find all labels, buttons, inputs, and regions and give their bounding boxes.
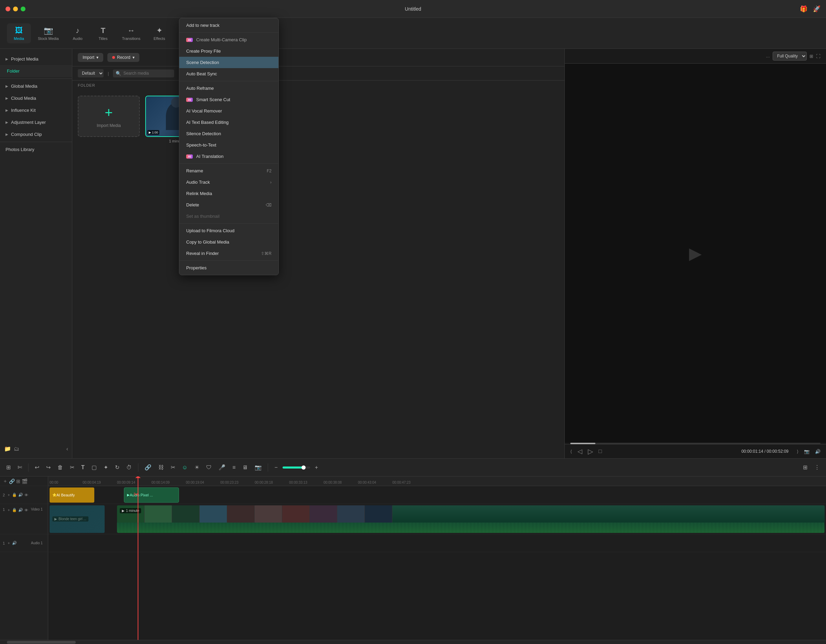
shield2-icon[interactable]: 🛡 bbox=[204, 463, 214, 472]
screen-icon[interactable]: 🖥 bbox=[240, 463, 250, 472]
rocket-icon[interactable]: 🚀 bbox=[813, 5, 820, 13]
ctx-auto-beat-sync[interactable]: Auto Beat Sync bbox=[179, 68, 278, 79]
more-icon[interactable]: ⋮ bbox=[812, 463, 822, 472]
in-point-icon[interactable]: ⟨ bbox=[570, 449, 572, 454]
redo-icon[interactable]: ↪ bbox=[44, 463, 53, 472]
text-tool-icon[interactable]: T bbox=[79, 463, 87, 472]
camera-icon[interactable]: 📷 bbox=[804, 449, 809, 454]
sidebar-item-folder[interactable]: Folder bbox=[0, 65, 72, 77]
toolbar-media[interactable]: 🖼 Media bbox=[7, 23, 31, 43]
horizontal-scrollbar[interactable] bbox=[0, 640, 826, 644]
lock-icon[interactable]: 🔒 bbox=[12, 508, 17, 512]
sun-icon[interactable]: ☀ bbox=[193, 463, 201, 472]
list-icon[interactable]: ≡ bbox=[230, 463, 238, 472]
timer-icon[interactable]: ⏱ bbox=[124, 463, 134, 472]
unlink-icon[interactable]: ⛓ bbox=[156, 463, 166, 472]
maximize-button[interactable] bbox=[21, 6, 25, 11]
star2-icon[interactable]: ✦ bbox=[101, 463, 110, 472]
new-bin-icon[interactable]: 📁 bbox=[4, 446, 11, 452]
sidebar-item-adjustment-layer[interactable]: ▶ Adjustment Layer bbox=[0, 116, 72, 128]
ctx-delete[interactable]: Delete ⌫ bbox=[179, 199, 278, 211]
vol-icon[interactable]: 🔊 bbox=[18, 492, 23, 497]
add-icon[interactable]: ＋ bbox=[7, 492, 11, 497]
sidebar-item-project-media[interactable]: ▶ Project Media bbox=[0, 53, 72, 65]
quality-select[interactable]: Full Quality bbox=[773, 52, 807, 60]
folder-icon[interactable]: 🗂 bbox=[14, 446, 19, 452]
cut-tool-icon[interactable]: ✂ bbox=[68, 463, 76, 472]
ctx-add-to-new-track[interactable]: Add to new track bbox=[179, 20, 278, 31]
gift-icon[interactable]: 🎁 bbox=[800, 5, 807, 13]
film-icon[interactable]: 🎬 bbox=[22, 478, 28, 484]
undo-icon[interactable]: ↩ bbox=[33, 463, 41, 472]
search-input[interactable] bbox=[123, 71, 171, 76]
delete-icon[interactable]: 🗑 bbox=[56, 463, 65, 472]
mic-icon[interactable]: 🎤 bbox=[216, 463, 228, 472]
ctx-scene-detection[interactable]: Scene Detection bbox=[179, 57, 278, 68]
vol2-icon[interactable]: 🔊 bbox=[18, 508, 23, 512]
add-icon[interactable]: ＋ bbox=[7, 508, 11, 512]
stop-icon[interactable]: □ bbox=[598, 448, 602, 454]
out-point-icon[interactable]: ⟩ bbox=[797, 449, 798, 454]
eye2-icon[interactable]: 👁 bbox=[25, 508, 28, 512]
vol3-icon[interactable]: 🔊 bbox=[12, 541, 17, 545]
ctx-copy-global[interactable]: Copy to Global Media bbox=[179, 236, 278, 248]
layout-icon[interactable]: ⊞ bbox=[801, 463, 809, 472]
ctx-upload-filmora[interactable]: Upload to Filmora Cloud bbox=[179, 225, 278, 236]
clip-blonde-teen[interactable]: ▶ Blonde teen girl ... bbox=[50, 505, 105, 533]
play-icon[interactable]: ▷ bbox=[588, 447, 593, 455]
ctx-ai-translation[interactable]: AI AI Translation bbox=[179, 151, 278, 162]
volume-icon[interactable]: 🔊 bbox=[815, 449, 820, 454]
play-back-icon[interactable]: ◁ bbox=[578, 447, 582, 455]
zoom-out-icon[interactable]: − bbox=[272, 463, 279, 472]
import-button[interactable]: Import ▾ bbox=[78, 53, 103, 62]
ctx-rename[interactable]: Rename F2 bbox=[179, 165, 278, 176]
toolbar-transitions[interactable]: ↔ Transitions bbox=[116, 23, 146, 43]
eye-icon[interactable]: 👁 bbox=[25, 493, 28, 497]
close-button[interactable] bbox=[6, 6, 10, 11]
smiley-icon[interactable]: ☺ bbox=[180, 463, 189, 472]
zoom-in-icon[interactable]: + bbox=[313, 463, 320, 472]
link-icon[interactable]: 🔗 bbox=[143, 463, 154, 472]
camera2-icon[interactable]: 📷 bbox=[253, 463, 264, 472]
ctx-create-proxy[interactable]: Create Proxy File bbox=[179, 45, 278, 57]
sidebar-item-global-media[interactable]: ▶ Global Media bbox=[0, 80, 72, 92]
sidebar-item-cloud-media[interactable]: ▶ Cloud Media bbox=[0, 92, 72, 104]
sidebar-item-photos-library[interactable]: Photos Library bbox=[0, 144, 72, 155]
minimize-button[interactable] bbox=[13, 6, 18, 11]
lock-icon[interactable]: 🔒 bbox=[12, 492, 17, 497]
add-media-button[interactable]: + Import Media bbox=[78, 96, 140, 137]
toolbar-stock-media[interactable]: 📷 Stock Media bbox=[33, 23, 64, 43]
ctx-silence-detection[interactable]: Silence Detection bbox=[179, 128, 278, 139]
toolbar-audio[interactable]: ♪ Audio bbox=[66, 23, 90, 43]
sidebar-item-influence-kit[interactable]: ▶ Influence Kit bbox=[0, 104, 72, 116]
scene-icon[interactable]: ⊞ bbox=[4, 463, 13, 472]
add-icon[interactable]: ＋ bbox=[7, 540, 11, 546]
ctx-create-multicam[interactable]: AI Create Multi-Camera Clip bbox=[179, 34, 278, 45]
ctx-audio-track[interactable]: Audio Track › bbox=[179, 176, 278, 188]
record-button[interactable]: Record ▾ bbox=[107, 53, 140, 62]
clip-ai-beautify[interactable]: ⭐ AI Beautify bbox=[50, 488, 94, 503]
add-track-icon[interactable]: ＋ bbox=[3, 478, 8, 485]
ctx-ai-text-editing[interactable]: AI Text Based Editing bbox=[179, 117, 278, 128]
crop-icon[interactable]: ▢ bbox=[90, 463, 99, 472]
fullscreen-icon[interactable]: ⛶ bbox=[816, 54, 820, 59]
scrollbar-thumb[interactable] bbox=[7, 641, 76, 644]
toolbar-effects[interactable]: ✦ Effects bbox=[147, 23, 171, 43]
clip-video-main[interactable]: ▶ 1 minute bbox=[117, 505, 824, 533]
clip-audio-pixel[interactable]: ▶ Audio Pixel ... bbox=[124, 488, 179, 503]
ctx-speech-to-text[interactable]: Speech-to-Text bbox=[179, 139, 278, 151]
collapse-icon[interactable]: ‹ bbox=[67, 446, 68, 452]
multi-icon[interactable]: ⊞ bbox=[16, 478, 20, 484]
ctx-ai-vocal-remover[interactable]: AI Vocal Remover bbox=[179, 105, 278, 117]
sort-select[interactable]: Default bbox=[78, 69, 104, 77]
toolbar-titles[interactable]: T Titles bbox=[91, 23, 115, 43]
ctx-relink-media[interactable]: Relink Media bbox=[179, 188, 278, 199]
ctx-auto-reframe[interactable]: Auto Reframe bbox=[179, 82, 278, 94]
ctx-smart-scene-cut[interactable]: AI Smart Scene Cut bbox=[179, 94, 278, 105]
history-icon[interactable]: ↻ bbox=[113, 463, 121, 472]
magnet-icon[interactable]: ✄ bbox=[16, 463, 24, 472]
cut2-icon[interactable]: ✂ bbox=[169, 463, 177, 472]
grid-view-icon[interactable]: ⊞ bbox=[809, 54, 813, 59]
ctx-reveal-finder[interactable]: Reveal in Finder ⇧⌘R bbox=[179, 248, 278, 259]
sidebar-item-compound-clip[interactable]: ▶ Compound Clip bbox=[0, 128, 72, 140]
